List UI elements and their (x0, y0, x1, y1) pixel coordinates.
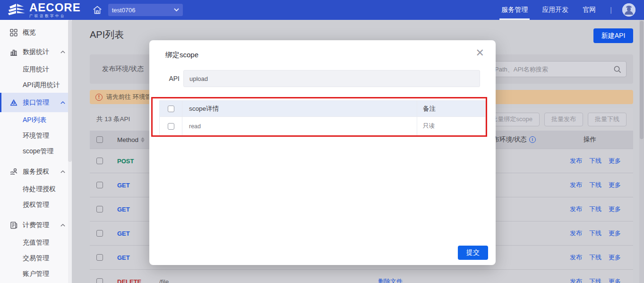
sidebar-item-data-statistics[interactable]: 数据统计 (0, 42, 72, 62)
scope-select-all-checkbox[interactable] (168, 106, 174, 112)
publish-link[interactable]: 发布 (570, 277, 582, 283)
offline-link[interactable]: 下线 (589, 229, 601, 238)
submit-button[interactable]: 提交 (458, 246, 488, 260)
sidebar-item-label: 接口管理 (23, 98, 60, 107)
scope-table-header: scope详情 备注 (160, 101, 485, 116)
sidebar-item-environment-management[interactable]: 环境管理 (0, 128, 72, 143)
scope-note-cell: 只读 (417, 122, 485, 130)
sidebar-scrollbar[interactable] (68, 20, 72, 283)
sort-icon[interactable] (141, 137, 145, 142)
publish-link[interactable]: 发布 (570, 205, 582, 213)
offline-link[interactable]: 下线 (589, 253, 601, 262)
more-link[interactable]: 更多 (609, 229, 621, 238)
column-header-method[interactable]: Method (117, 136, 138, 143)
publish-link[interactable]: 发布 (570, 181, 582, 189)
method-badge: GET (117, 254, 146, 261)
bar-chart-icon (9, 48, 18, 56)
sidebar-item-api-list[interactable]: API列表 (0, 112, 72, 128)
api-field-label: API (149, 75, 180, 82)
authorization-icon (9, 168, 18, 176)
nav-item-app-development[interactable]: 应用开发 (542, 0, 568, 20)
publish-link[interactable]: 发布 (570, 157, 582, 165)
sidebar-item-scope-management[interactable]: scope管理 (0, 143, 72, 159)
sidebar-item-api-call-statistics[interactable]: API调用统计 (0, 77, 72, 93)
method-badge: GET (117, 230, 146, 237)
sidebar-item-authorization-management[interactable]: 授权管理 (0, 197, 72, 212)
table-row: DELETE /file 删除文件 发布 下线 更多 (90, 269, 633, 283)
person-icon (622, 3, 635, 17)
row-checkbox[interactable] (96, 182, 103, 188)
info-icon[interactable]: ! (529, 136, 536, 143)
sidebar-item-label: 计费管理 (23, 221, 60, 230)
search-icon[interactable] (613, 65, 621, 73)
nav-divider: | (610, 6, 612, 14)
chevron-up-icon (60, 50, 65, 54)
column-header-note: 备注 (417, 105, 485, 113)
warning-icon: ! (95, 94, 103, 101)
publish-link[interactable]: 发布 (570, 229, 582, 238)
search-input[interactable] (495, 66, 613, 73)
column-header-scope-detail: scope详情 (182, 101, 417, 116)
scope-table-row: read 只读 (160, 116, 485, 135)
row-checkbox[interactable] (96, 206, 103, 212)
nav-item-service-management[interactable]: 服务管理 (501, 0, 528, 20)
new-api-button[interactable]: 新建API (593, 28, 633, 43)
filter-label: 发布环境/状态 (102, 65, 144, 73)
window-scrollbar[interactable] (639, 20, 644, 283)
offline-link[interactable]: 下线 (589, 157, 601, 165)
sidebar-item-billing-management[interactable]: 计费管理 (0, 215, 72, 235)
more-link[interactable]: 更多 (609, 181, 621, 189)
sidebar-item-interface-management[interactable]: 接口管理 (0, 93, 72, 112)
home-icon[interactable] (92, 5, 103, 15)
select-all-checkbox[interactable] (96, 136, 103, 143)
search-box (489, 61, 627, 77)
sidebar-item-pending-authorization[interactable]: 待处理授权 (0, 181, 72, 197)
user-avatar[interactable] (622, 3, 635, 17)
more-link[interactable]: 更多 (609, 277, 621, 283)
sidebar-item-app-statistics[interactable]: 应用统计 (0, 62, 72, 77)
more-link[interactable]: 更多 (609, 253, 621, 262)
bind-scope-modal: 绑定scope ✕ API upload scope详情 备注 read 只读 … (149, 40, 496, 265)
more-link[interactable]: 更多 (609, 205, 621, 213)
project-selector[interactable]: test0706 (108, 4, 183, 16)
batch-publish-button[interactable]: 批量发布 (544, 113, 583, 126)
offline-link[interactable]: 下线 (589, 181, 601, 189)
method-badge: POST (117, 158, 146, 165)
api-path: /file (159, 278, 169, 283)
method-badge: DELETE (117, 278, 146, 283)
page-title: API列表 (90, 28, 124, 41)
scope-table: scope详情 备注 read 只读 (159, 100, 486, 136)
warning-text-prefix: 请先前往 (106, 93, 131, 101)
grid-icon (9, 28, 18, 37)
nav-item-official-site[interactable]: 官网 (583, 0, 596, 20)
chevron-up-icon (60, 100, 65, 105)
api-field[interactable]: upload (183, 70, 480, 87)
sidebar-item-label: 数据统计 (23, 48, 60, 56)
row-checkbox[interactable] (96, 158, 103, 164)
more-link[interactable]: 更多 (609, 157, 621, 165)
sidebar-item-label: 概览 (23, 28, 67, 37)
sidebar-item-overview[interactable]: 概览 (0, 23, 72, 42)
sidebar: 概览 数据统计 应用统计 API调用统计 接口管理 API列表 环境管理 sco… (0, 20, 72, 283)
offline-link[interactable]: 下线 (589, 277, 601, 283)
brand-logo: AECORE 广联达数字中台 (7, 2, 81, 18)
scope-row-checkbox[interactable] (168, 123, 174, 130)
logo-icon (7, 3, 26, 17)
close-icon[interactable]: ✕ (474, 46, 486, 60)
sidebar-item-recharge-management[interactable]: 充值管理 (0, 235, 72, 250)
row-checkbox[interactable] (96, 230, 103, 237)
document-icon (9, 221, 18, 230)
offline-link[interactable]: 下线 (589, 205, 601, 213)
method-badge: GET (117, 206, 146, 213)
sidebar-item-account-management[interactable]: 账户管理 (0, 266, 72, 282)
row-checkbox[interactable] (96, 278, 103, 283)
project-selector-value: test0706 (112, 7, 174, 14)
row-checkbox[interactable] (96, 254, 103, 261)
batch-offline-button[interactable]: 批量下线 (588, 113, 627, 126)
method-badge: GET (117, 182, 146, 189)
publish-link[interactable]: 发布 (570, 253, 582, 262)
chevron-down-icon (174, 8, 179, 12)
sidebar-item-transaction-management[interactable]: 交易管理 (0, 250, 72, 266)
sidebar-item-service-authorization[interactable]: 服务授权 (0, 162, 72, 181)
api-description-link[interactable]: 删除文件 (378, 277, 403, 283)
